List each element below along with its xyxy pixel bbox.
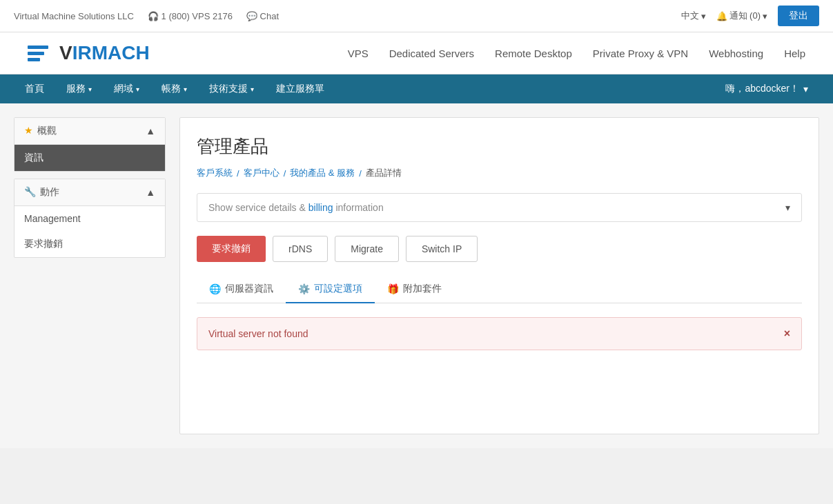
nav-webhosting[interactable]: Webhosting <box>709 48 763 59</box>
breadcrumb-client-center[interactable]: 客戶中心 <box>244 167 280 179</box>
user-greeting: 嗨，abcdocker！ <box>725 83 799 95</box>
page-title: 管理產品 <box>197 134 802 159</box>
logout-button[interactable]: 登出 <box>778 6 819 26</box>
tab-server-info[interactable]: 🌐 伺服器資訊 <box>197 276 286 303</box>
tab-config-options[interactable]: ⚙️ 可設定選項 <box>286 276 375 303</box>
secondary-nav: 首頁 服務 ▾ 網域 ▾ 帳務 ▾ 技術支援 ▾ 建立服務單 嗨，abcdock… <box>0 74 833 103</box>
chevron-down-icon: ▾ <box>763 11 767 21</box>
settings-icon: ⚙️ <box>298 283 310 294</box>
wrench-icon: 🔧 <box>24 186 36 197</box>
tab-addons[interactable]: 🎁 附加套件 <box>375 276 454 303</box>
headphone-icon: 🎧 <box>148 11 159 21</box>
alert-message: Virtual server not found <box>208 328 308 339</box>
service-dropdown-label: Show service details & billing informati… <box>208 202 384 213</box>
chevron-down-icon: ▾ <box>251 85 254 93</box>
bell-icon: 🔔 <box>716 11 727 21</box>
sidebar-actions-header[interactable]: 🔧動作 ▲ <box>14 179 165 206</box>
sidebar-item-cancel[interactable]: 要求撤銷 <box>14 231 165 257</box>
top-bar-right: 中文 ▾ 🔔 通知 (0) ▾ 登出 <box>681 6 820 26</box>
logo-irmach: IRMACH <box>72 42 150 63</box>
cancel-button[interactable]: 要求撤銷 <box>197 236 266 262</box>
logo-v: V <box>59 42 72 63</box>
nav-support[interactable]: 技術支援 ▾ <box>198 74 265 103</box>
breadcrumb-separator: / <box>237 168 239 179</box>
globe-icon: 🌐 <box>209 283 221 294</box>
nav-home[interactable]: 首頁 <box>14 74 55 103</box>
nav-ticket[interactable]: 建立服務單 <box>265 74 335 103</box>
switch-ip-button[interactable]: Switch IP <box>406 236 478 262</box>
main-nav: VIRMACH VPS Dedicated Servers Remote Des… <box>0 32 833 74</box>
nav-proxy[interactable]: Private Proxy & VPN <box>593 48 688 59</box>
nav-domains[interactable]: 網域 ▾ <box>103 74 150 103</box>
main-content: 管理產品 客戶系統 / 客戶中心 / 我的產品 & 服務 / 產品詳情 Show… <box>179 117 819 434</box>
sidebar-overview-header[interactable]: ★概觀 ▲ <box>14 118 165 145</box>
breadcrumb-separator: / <box>359 168 362 179</box>
star-icon: ★ <box>24 125 33 136</box>
nav-help[interactable]: Help <box>784 48 805 59</box>
notifications-button[interactable]: 🔔 通知 (0) ▾ <box>716 10 768 22</box>
breadcrumb: 客戶系統 / 客戶中心 / 我的產品 & 服務 / 產品詳情 <box>197 167 802 179</box>
top-bar: Virtual Machine Solutions LLC 🎧 1 (800) … <box>0 0 833 32</box>
tab-content-area: Virtual server not found × <box>197 317 802 350</box>
logo-icon <box>28 39 55 67</box>
breadcrumb-separator: / <box>284 168 286 179</box>
top-bar-left: Virtual Machine Solutions LLC 🎧 1 (800) … <box>14 11 279 21</box>
breadcrumb-client-system[interactable]: 客戶系統 <box>197 167 233 179</box>
sidebar-item-info[interactable]: 資訊 <box>14 145 165 171</box>
gift-icon: 🎁 <box>387 283 399 294</box>
billing-text: billing <box>308 202 333 213</box>
sidebar: ★概觀 ▲ 資訊 🔧動作 ▲ Management 要求撤銷 <box>14 117 166 434</box>
sec-nav-left: 首頁 服務 ▾ 網域 ▾ 帳務 ▾ 技術支援 ▾ 建立服務單 <box>14 74 335 103</box>
error-alert: Virtual server not found × <box>197 317 802 350</box>
chevron-down-icon: ▾ <box>88 85 92 93</box>
chevron-up-icon: ▲ <box>146 187 155 198</box>
chevron-down-icon: ▾ <box>785 202 790 213</box>
chat-link[interactable]: 💬 Chat <box>246 11 279 21</box>
nav-billing[interactable]: 帳務 ▾ <box>150 74 198 103</box>
chevron-down-icon: ▾ <box>701 11 706 21</box>
breadcrumb-my-products[interactable]: 我的產品 & 服務 <box>290 167 355 179</box>
nav-remote[interactable]: Remote Desktop <box>495 48 572 59</box>
rdns-button[interactable]: rDNS <box>273 236 328 262</box>
nav-vps[interactable]: VPS <box>348 48 369 59</box>
lang-selector[interactable]: 中文 ▾ <box>681 10 706 22</box>
user-menu[interactable]: 嗨，abcdocker！ ▾ <box>714 74 819 103</box>
sidebar-item-management[interactable]: Management <box>14 206 165 231</box>
sidebar-actions-section: 🔧動作 ▲ Management 要求撤銷 <box>14 179 166 258</box>
company-name: Virtual Machine Solutions LLC <box>14 11 134 21</box>
nav-services[interactable]: 服務 ▾ <box>55 74 103 103</box>
tabs: 🌐 伺服器資訊 ⚙️ 可設定選項 🎁 附加套件 <box>197 276 802 303</box>
phone-number: 🎧 1 (800) VPS 2176 <box>148 11 233 21</box>
nav-links: VPS Dedicated Servers Remote Desktop Pri… <box>348 48 805 59</box>
logo[interactable]: VIRMACH <box>28 39 150 67</box>
logo-text: VIRMACH <box>59 42 150 64</box>
migrate-button[interactable]: Migrate <box>335 236 399 262</box>
action-buttons: 要求撤銷 rDNS Migrate Switch IP <box>197 236 802 262</box>
nav-dedicated[interactable]: Dedicated Servers <box>389 48 474 59</box>
breadcrumb-product-detail: 產品詳情 <box>366 167 402 179</box>
service-details-dropdown[interactable]: Show service details & billing informati… <box>197 193 802 222</box>
chevron-up-icon: ▲ <box>146 125 155 137</box>
chat-icon: 💬 <box>246 11 257 21</box>
sidebar-overview-section: ★概觀 ▲ 資訊 <box>14 117 166 172</box>
chevron-down-icon: ▾ <box>803 83 808 94</box>
chevron-down-icon: ▾ <box>136 85 139 93</box>
page-layout: ★概觀 ▲ 資訊 🔧動作 ▲ Management 要求撤銷 管理產品 客戶系統… <box>0 103 833 448</box>
chevron-down-icon: ▾ <box>184 85 187 93</box>
alert-close-button[interactable]: × <box>784 327 790 340</box>
